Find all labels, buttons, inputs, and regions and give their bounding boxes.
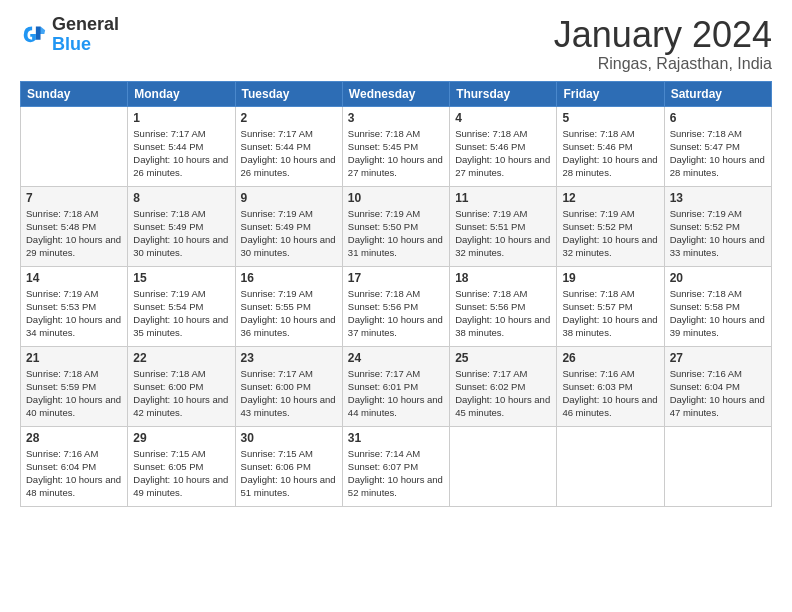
day-number: 8 [133, 191, 229, 205]
day-cell: 28Sunrise: 7:16 AMSunset: 6:04 PMDayligh… [21, 426, 128, 506]
day-info: Sunrise: 7:19 AMSunset: 5:51 PMDaylight:… [455, 207, 551, 260]
header-row: SundayMondayTuesdayWednesdayThursdayFrid… [21, 81, 772, 106]
day-cell: 27Sunrise: 7:16 AMSunset: 6:04 PMDayligh… [664, 346, 771, 426]
day-number: 21 [26, 351, 122, 365]
day-number: 2 [241, 111, 337, 125]
day-info: Sunrise: 7:16 AMSunset: 6:04 PMDaylight:… [670, 367, 766, 420]
day-number: 14 [26, 271, 122, 285]
day-info: Sunrise: 7:18 AMSunset: 5:58 PMDaylight:… [670, 287, 766, 340]
day-number: 26 [562, 351, 658, 365]
day-number: 15 [133, 271, 229, 285]
day-header-tuesday: Tuesday [235, 81, 342, 106]
day-number: 24 [348, 351, 444, 365]
day-info: Sunrise: 7:17 AMSunset: 6:01 PMDaylight:… [348, 367, 444, 420]
day-cell: 17Sunrise: 7:18 AMSunset: 5:56 PMDayligh… [342, 266, 449, 346]
day-cell: 23Sunrise: 7:17 AMSunset: 6:00 PMDayligh… [235, 346, 342, 426]
day-number: 22 [133, 351, 229, 365]
day-cell: 30Sunrise: 7:15 AMSunset: 6:06 PMDayligh… [235, 426, 342, 506]
day-number: 4 [455, 111, 551, 125]
day-info: Sunrise: 7:18 AMSunset: 5:56 PMDaylight:… [348, 287, 444, 340]
logo-text: General Blue [52, 15, 119, 55]
logo: General Blue [20, 15, 119, 55]
day-number: 16 [241, 271, 337, 285]
header: General Blue January 2024 Ringas, Rajast… [20, 15, 772, 73]
day-cell: 25Sunrise: 7:17 AMSunset: 6:02 PMDayligh… [450, 346, 557, 426]
day-info: Sunrise: 7:19 AMSunset: 5:54 PMDaylight:… [133, 287, 229, 340]
day-cell: 29Sunrise: 7:15 AMSunset: 6:05 PMDayligh… [128, 426, 235, 506]
day-info: Sunrise: 7:18 AMSunset: 5:48 PMDaylight:… [26, 207, 122, 260]
day-number: 10 [348, 191, 444, 205]
day-info: Sunrise: 7:18 AMSunset: 6:00 PMDaylight:… [133, 367, 229, 420]
day-number: 20 [670, 271, 766, 285]
day-cell: 4Sunrise: 7:18 AMSunset: 5:46 PMDaylight… [450, 106, 557, 186]
day-info: Sunrise: 7:19 AMSunset: 5:52 PMDaylight:… [562, 207, 658, 260]
day-number: 1 [133, 111, 229, 125]
day-number: 31 [348, 431, 444, 445]
day-cell [21, 106, 128, 186]
day-number: 27 [670, 351, 766, 365]
day-cell: 15Sunrise: 7:19 AMSunset: 5:54 PMDayligh… [128, 266, 235, 346]
day-number: 19 [562, 271, 658, 285]
day-cell [664, 426, 771, 506]
day-info: Sunrise: 7:19 AMSunset: 5:50 PMDaylight:… [348, 207, 444, 260]
day-info: Sunrise: 7:19 AMSunset: 5:49 PMDaylight:… [241, 207, 337, 260]
title-block: January 2024 Ringas, Rajasthan, India [554, 15, 772, 73]
day-cell: 10Sunrise: 7:19 AMSunset: 5:50 PMDayligh… [342, 186, 449, 266]
week-row-2: 7Sunrise: 7:18 AMSunset: 5:48 PMDaylight… [21, 186, 772, 266]
logo-blue: Blue [52, 34, 91, 54]
day-header-sunday: Sunday [21, 81, 128, 106]
day-cell: 21Sunrise: 7:18 AMSunset: 5:59 PMDayligh… [21, 346, 128, 426]
day-cell: 22Sunrise: 7:18 AMSunset: 6:00 PMDayligh… [128, 346, 235, 426]
day-info: Sunrise: 7:18 AMSunset: 5:49 PMDaylight:… [133, 207, 229, 260]
day-info: Sunrise: 7:18 AMSunset: 5:47 PMDaylight:… [670, 127, 766, 180]
day-number: 9 [241, 191, 337, 205]
day-info: Sunrise: 7:18 AMSunset: 5:45 PMDaylight:… [348, 127, 444, 180]
day-info: Sunrise: 7:15 AMSunset: 6:05 PMDaylight:… [133, 447, 229, 500]
day-info: Sunrise: 7:17 AMSunset: 5:44 PMDaylight:… [133, 127, 229, 180]
day-info: Sunrise: 7:15 AMSunset: 6:06 PMDaylight:… [241, 447, 337, 500]
location: Ringas, Rajasthan, India [554, 55, 772, 73]
calendar: SundayMondayTuesdayWednesdayThursdayFrid… [20, 81, 772, 507]
day-cell: 11Sunrise: 7:19 AMSunset: 5:51 PMDayligh… [450, 186, 557, 266]
day-cell: 24Sunrise: 7:17 AMSunset: 6:01 PMDayligh… [342, 346, 449, 426]
day-cell: 5Sunrise: 7:18 AMSunset: 5:46 PMDaylight… [557, 106, 664, 186]
day-number: 18 [455, 271, 551, 285]
day-cell: 12Sunrise: 7:19 AMSunset: 5:52 PMDayligh… [557, 186, 664, 266]
day-cell: 2Sunrise: 7:17 AMSunset: 5:44 PMDaylight… [235, 106, 342, 186]
day-info: Sunrise: 7:16 AMSunset: 6:04 PMDaylight:… [26, 447, 122, 500]
day-cell: 6Sunrise: 7:18 AMSunset: 5:47 PMDaylight… [664, 106, 771, 186]
day-number: 30 [241, 431, 337, 445]
day-info: Sunrise: 7:18 AMSunset: 5:46 PMDaylight:… [562, 127, 658, 180]
day-header-monday: Monday [128, 81, 235, 106]
day-cell: 18Sunrise: 7:18 AMSunset: 5:56 PMDayligh… [450, 266, 557, 346]
day-number: 11 [455, 191, 551, 205]
day-header-friday: Friday [557, 81, 664, 106]
day-info: Sunrise: 7:19 AMSunset: 5:53 PMDaylight:… [26, 287, 122, 340]
day-number: 29 [133, 431, 229, 445]
day-cell: 8Sunrise: 7:18 AMSunset: 5:49 PMDaylight… [128, 186, 235, 266]
day-number: 3 [348, 111, 444, 125]
day-cell: 14Sunrise: 7:19 AMSunset: 5:53 PMDayligh… [21, 266, 128, 346]
day-number: 25 [455, 351, 551, 365]
day-cell: 13Sunrise: 7:19 AMSunset: 5:52 PMDayligh… [664, 186, 771, 266]
day-info: Sunrise: 7:17 AMSunset: 6:02 PMDaylight:… [455, 367, 551, 420]
day-info: Sunrise: 7:18 AMSunset: 5:59 PMDaylight:… [26, 367, 122, 420]
day-cell: 31Sunrise: 7:14 AMSunset: 6:07 PMDayligh… [342, 426, 449, 506]
page: General Blue January 2024 Ringas, Rajast… [0, 0, 792, 612]
day-number: 6 [670, 111, 766, 125]
day-cell: 9Sunrise: 7:19 AMSunset: 5:49 PMDaylight… [235, 186, 342, 266]
day-info: Sunrise: 7:18 AMSunset: 5:56 PMDaylight:… [455, 287, 551, 340]
logo-icon [20, 21, 48, 49]
week-row-4: 21Sunrise: 7:18 AMSunset: 5:59 PMDayligh… [21, 346, 772, 426]
month-title: January 2024 [554, 15, 772, 55]
day-header-saturday: Saturday [664, 81, 771, 106]
week-row-5: 28Sunrise: 7:16 AMSunset: 6:04 PMDayligh… [21, 426, 772, 506]
day-number: 13 [670, 191, 766, 205]
day-cell: 16Sunrise: 7:19 AMSunset: 5:55 PMDayligh… [235, 266, 342, 346]
day-number: 28 [26, 431, 122, 445]
day-cell [450, 426, 557, 506]
day-cell: 19Sunrise: 7:18 AMSunset: 5:57 PMDayligh… [557, 266, 664, 346]
day-info: Sunrise: 7:18 AMSunset: 5:57 PMDaylight:… [562, 287, 658, 340]
day-info: Sunrise: 7:14 AMSunset: 6:07 PMDaylight:… [348, 447, 444, 500]
day-info: Sunrise: 7:18 AMSunset: 5:46 PMDaylight:… [455, 127, 551, 180]
